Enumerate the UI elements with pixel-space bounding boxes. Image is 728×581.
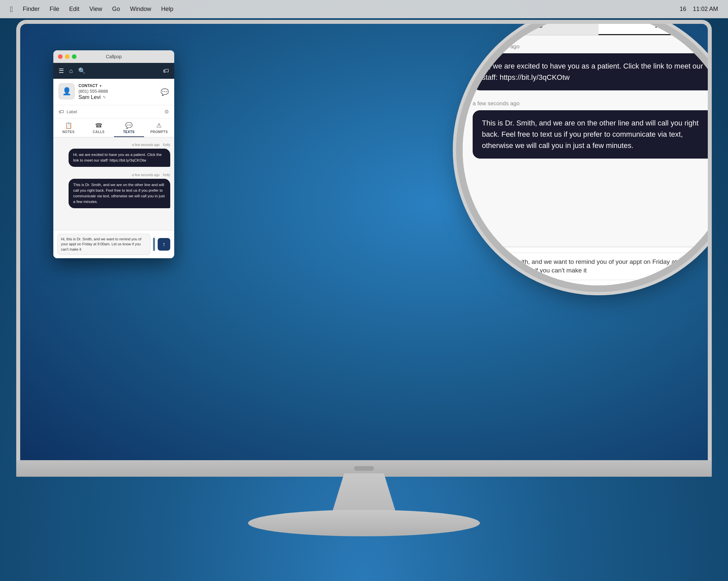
maximize-button[interactable] — [72, 54, 77, 59]
contact-avatar: 👤 — [59, 83, 75, 99]
mag-message-group-1: a few seconds ago Kelly Hi, we are excit… — [473, 43, 712, 90]
menu-window[interactable]: Window — [130, 6, 151, 12]
menu-help[interactable]: Help — [161, 6, 174, 12]
traffic-lights — [58, 54, 77, 59]
message-group-1: a few seconds ago Kelly Hi, we are excit… — [57, 141, 170, 167]
monitor-screen: Callpop ☰ ⌂ 🔍 🏷 👤 CONTACT — [16, 20, 712, 477]
monitor-stand-base — [248, 510, 480, 536]
minimize-button[interactable] — [65, 54, 70, 59]
tab-prompts[interactable]: ⚠ PROMPTS — [144, 118, 174, 137]
menu-bar:  Finder File Edit View Go Window Help 1… — [0, 0, 728, 18]
edit-icon[interactable]: ✎ — [103, 95, 106, 100]
apple-logo-icon[interactable]:  — [10, 5, 13, 14]
tab-texts-label: TEXTS — [123, 130, 135, 134]
magnifier-overlay: CALLS TEXTS a few seconds ago Kelly — [463, 20, 712, 285]
mag-calls-label: CALLS — [518, 22, 544, 29]
contact-header: 👤 CONTACT ▾ (801) 555-8888 Sam Levi ✎ — [53, 79, 174, 105]
contact-icon: 👤 — [62, 87, 71, 96]
monitor-container: Callpop ☰ ⌂ 🔍 🏷 👤 CONTACT — [16, 20, 712, 550]
tab-notes-label: NOTES — [62, 130, 75, 134]
search-icon[interactable]: 🔍 — [78, 67, 85, 75]
menu-right: 16 11:02 AM — [680, 6, 718, 12]
home-icon[interactable]: ⌂ — [69, 68, 73, 75]
close-button[interactable] — [58, 54, 62, 59]
menu-edit[interactable]: Edit — [69, 6, 79, 12]
menu-time: 11:02 AM — [693, 6, 718, 12]
calls-icon: ☎ — [95, 122, 102, 129]
hamburger-icon[interactable]: ☰ — [59, 67, 64, 75]
magnified-input-area: Hi, this is Dr. Smith, and we want to re… — [463, 247, 712, 285]
message-author-1: Kelly — [163, 143, 170, 147]
magnified-send-button[interactable]: ↑ — [706, 256, 712, 277]
message-time-1: a few seconds ago — [132, 143, 159, 147]
contact-info: CONTACT ▾ (801) 555-8888 Sam Levi ✎ — [78, 83, 157, 100]
screen-content: Callpop ☰ ⌂ 🔍 🏷 👤 CONTACT — [20, 24, 708, 473]
mag-message-bubble-1: Hi, we are excited to have you as a pati… — [473, 53, 712, 90]
menu-view[interactable]: View — [89, 6, 102, 12]
prompts-icon: ⚠ — [156, 122, 162, 129]
scroll-indicator — [153, 238, 155, 251]
tabs-row: 📋 NOTES ☎ CALLS 💬 TEXTS ⚠ PROMPTS — [53, 118, 174, 137]
tab-notes[interactable]: 📋 NOTES — [53, 118, 83, 137]
mag-message-bubble-2: This is Dr. Smith, and we are on the oth… — [473, 110, 712, 159]
monitor-notch — [354, 466, 374, 471]
chevron-down-icon: ▾ — [100, 84, 101, 88]
label-tag-icon: 🏷 — [59, 109, 64, 115]
message-time-2: a few seconds ago — [132, 173, 159, 177]
notes-icon: 📋 — [65, 122, 72, 129]
window-title: Callpop — [106, 54, 122, 59]
menu-go[interactable]: Go — [112, 6, 120, 12]
tab-calls[interactable]: ☎ CALLS — [83, 118, 113, 137]
message-meta-1: a few seconds ago Kelly — [57, 141, 170, 147]
chat-icon[interactable]: 💬 — [161, 88, 169, 96]
mag-tab-calls[interactable]: CALLS — [463, 20, 598, 35]
messages-area[interactable]: a few seconds ago Kelly Hi, we are excit… — [53, 137, 174, 230]
contact-label-text: CONTACT — [78, 83, 98, 88]
message-author-2: Kelly — [163, 173, 170, 177]
menu-date: 16 — [680, 6, 686, 12]
mag-message-meta-1: a few seconds ago Kelly — [473, 43, 712, 50]
user-settings-icon[interactable]: ⚙ — [164, 109, 169, 115]
app-toolbar: ☰ ⌂ 🔍 🏷 — [53, 63, 174, 79]
mag-tab-texts[interactable]: TEXTS — [598, 20, 712, 35]
mag-message-meta-2: a few seconds ago Kelly — [473, 100, 712, 107]
message-input[interactable]: Hi, this is Dr. Smith, and we want to re… — [57, 234, 150, 255]
callpop-window: Callpop ☰ ⌂ 🔍 🏷 👤 CONTACT — [53, 50, 174, 258]
send-button[interactable]: ↑ — [158, 238, 170, 250]
mag-message-time-1: a few seconds ago — [473, 43, 520, 50]
tab-prompts-label: PROMPTS — [150, 130, 168, 134]
magnified-input[interactable]: Hi, this is Dr. Smith, and we want to re… — [469, 253, 695, 280]
contact-label-row: CONTACT ▾ — [78, 83, 157, 88]
mag-input-scroll — [699, 258, 702, 274]
magnifier-content: CALLS TEXTS a few seconds ago Kelly — [463, 20, 712, 285]
texts-icon: 💬 — [125, 122, 132, 129]
label-row: 🏷 Label ⚙ — [53, 105, 174, 118]
label-text: Label — [67, 109, 77, 114]
tag-icon[interactable]: 🏷 — [163, 68, 169, 75]
magnified-messages[interactable]: a few seconds ago Kelly Hi, we are excit… — [463, 35, 712, 247]
tab-texts[interactable]: 💬 TEXTS — [114, 118, 144, 137]
mag-message-group-2: a few seconds ago Kelly This is Dr. Smit… — [473, 100, 712, 159]
message-group-2: a few seconds ago Kelly This is Dr. Smit… — [57, 171, 170, 208]
message-bubble-1: Hi, we are excited to have you as a pati… — [69, 149, 170, 167]
contact-name: Sam Levi ✎ — [78, 94, 157, 100]
message-bubble-2: This is Dr. Smith, and we are on the oth… — [69, 179, 170, 208]
magnified-tabs: CALLS TEXTS — [463, 20, 712, 35]
mag-message-time-2: a few seconds ago — [473, 100, 520, 107]
menu-file[interactable]: File — [50, 6, 59, 12]
input-area: Hi, this is Dr. Smith, and we want to re… — [53, 230, 174, 258]
mag-texts-label: TEXTS — [654, 22, 679, 29]
contact-phone: (801) 555-8888 — [78, 89, 157, 94]
window-titlebar: Callpop — [53, 50, 174, 63]
message-meta-2: a few seconds ago Kelly — [57, 171, 170, 178]
menu-finder[interactable]: Finder — [23, 6, 40, 12]
tab-calls-label: CALLS — [93, 130, 105, 134]
